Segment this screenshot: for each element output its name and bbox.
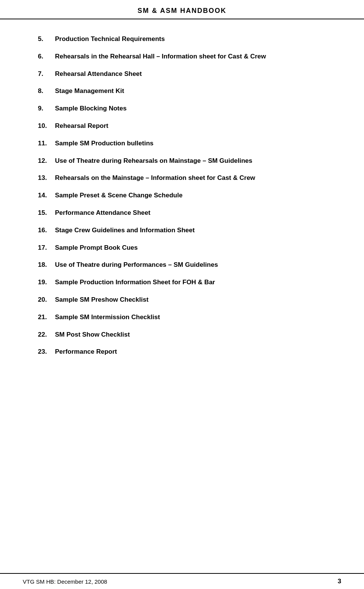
toc-item: 19.Sample Production Information Sheet f… [38, 278, 334, 287]
toc-item-number: 8. [38, 87, 55, 96]
toc-item: 10.Rehearsal Report [38, 121, 334, 131]
toc-item-text: Sample Prompt Book Cues [55, 243, 334, 252]
toc-item-text: SM Post Show Checklist [55, 330, 334, 339]
page-header-title: SM & ASM HANDBOOK [138, 7, 226, 14]
toc-item-number: 13. [38, 173, 55, 183]
toc-item-text: Rehearsal Report [55, 121, 334, 131]
toc-item-text: Sample SM Production bulletins [55, 139, 334, 148]
toc-item: 8.Stage Management Kit [38, 87, 334, 96]
toc-item: 18.Use of Theatre during Performances – … [38, 260, 334, 269]
toc-item: 11.Sample SM Production bulletins [38, 139, 334, 148]
toc-item-text: Rehearsals on the Mainstage – Informatio… [55, 173, 334, 183]
toc-item-text: Stage Crew Guidelines and Information Sh… [55, 226, 334, 235]
toc-item-text: Rehearsals in the Rehearsal Hall – Infor… [55, 52, 334, 61]
toc-item-text: Sample Blocking Notes [55, 104, 334, 113]
footer-right: 3 [338, 578, 341, 585]
toc-item-number: 15. [38, 208, 55, 217]
toc-item-text: Sample SM Preshow Checklist [55, 295, 334, 304]
toc-item-number: 9. [38, 104, 55, 113]
toc-item-text: Production Technical Requirements [55, 35, 334, 44]
toc-item: 16.Stage Crew Guidelines and Information… [38, 226, 334, 235]
toc-item: 21.Sample SM Intermission Checklist [38, 313, 334, 322]
toc-item-text: Sample Production Information Sheet for … [55, 278, 334, 287]
toc-item-number: 11. [38, 139, 55, 148]
toc-item-number: 10. [38, 121, 55, 131]
toc-item: 23.Performance Report [38, 347, 334, 356]
toc-item-number: 6. [38, 52, 55, 61]
toc-item: 17.Sample Prompt Book Cues [38, 243, 334, 252]
toc-list: 5.Production Technical Requirements6.Reh… [38, 35, 334, 356]
toc-item: 9.Sample Blocking Notes [38, 104, 334, 113]
toc-item-text: Use of Theatre during Performances – SM … [55, 260, 334, 269]
toc-item-number: 14. [38, 191, 55, 200]
toc-item-number: 12. [38, 156, 55, 165]
toc-item-text: Performance Attendance Sheet [55, 208, 334, 217]
toc-item-number: 7. [38, 69, 55, 79]
toc-item: 7.Rehearsal Attendance Sheet [38, 69, 334, 79]
toc-item: 22.SM Post Show Checklist [38, 330, 334, 339]
toc-item-number: 21. [38, 313, 55, 322]
toc-item-number: 5. [38, 35, 55, 44]
toc-item: 12.Use of Theatre during Rehearsals on M… [38, 156, 334, 165]
toc-item-number: 18. [38, 260, 55, 269]
page-content: 5.Production Technical Requirements6.Reh… [0, 19, 364, 395]
toc-item: 20.Sample SM Preshow Checklist [38, 295, 334, 304]
page-footer: VTG SM HB: December 12, 2008 3 [0, 573, 364, 589]
toc-item: 15.Performance Attendance Sheet [38, 208, 334, 217]
toc-item-text: Stage Management Kit [55, 87, 334, 96]
toc-item: 5.Production Technical Requirements [38, 35, 334, 44]
toc-item-number: 20. [38, 295, 55, 304]
toc-item-text: Sample Preset & Scene Change Schedule [55, 191, 334, 200]
toc-item-number: 23. [38, 347, 55, 356]
toc-item-text: Rehearsal Attendance Sheet [55, 69, 334, 79]
toc-item: 6.Rehearsals in the Rehearsal Hall – Inf… [38, 52, 334, 61]
toc-item-text: Use of Theatre during Rehearsals on Main… [55, 156, 334, 165]
toc-item-text: Sample SM Intermission Checklist [55, 313, 334, 322]
toc-item-number: 17. [38, 243, 55, 252]
toc-item-number: 22. [38, 330, 55, 339]
toc-item-number: 16. [38, 226, 55, 235]
toc-item: 13.Rehearsals on the Mainstage – Informa… [38, 173, 334, 183]
toc-item: 14.Sample Preset & Scene Change Schedule [38, 191, 334, 200]
toc-item-text: Performance Report [55, 347, 334, 356]
toc-item-number: 19. [38, 278, 55, 287]
footer-left: VTG SM HB: December 12, 2008 [23, 578, 107, 585]
page-header: SM & ASM HANDBOOK [0, 0, 364, 19]
